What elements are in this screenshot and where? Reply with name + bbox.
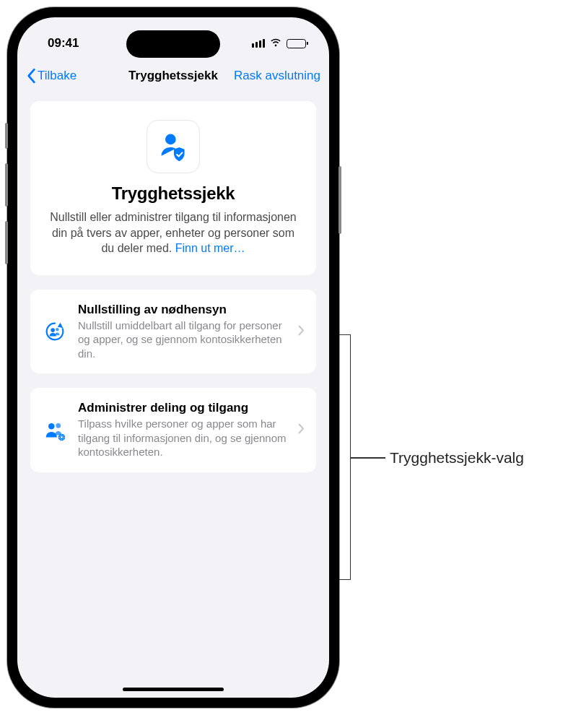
option-title: Administrer deling og tilgang (78, 401, 288, 415)
manage-sharing-option[interactable]: Administrer deling og tilgang Tilpass hv… (30, 388, 316, 472)
content: Trygghetssjekk Nullstill eller administr… (17, 92, 329, 495)
chevron-right-icon (298, 325, 305, 339)
battery-icon (287, 39, 306, 48)
svg-point-6 (61, 436, 63, 438)
nav-title: Trygghetssjekk (128, 69, 218, 83)
back-button[interactable]: Tilbake (26, 68, 77, 84)
option-description: Nullstill umiddelbart all tilgang for pe… (78, 318, 288, 361)
svg-point-1 (51, 328, 55, 332)
chevron-right-icon (298, 423, 305, 437)
hero-description: Nullstill eller administrer tilgang til … (46, 209, 300, 256)
screen: 09:41 Tilbake Trygghetssjekk Rask avslut… (17, 17, 329, 698)
svg-point-4 (56, 423, 61, 428)
dynamic-island (126, 30, 220, 58)
option-description: Tilpass hvilke personer og apper som har… (78, 417, 288, 459)
svg-line-12 (63, 438, 64, 439)
cellular-icon (252, 39, 266, 48)
chevron-left-icon (26, 68, 36, 84)
callout-label: Trygghetssjekk-valg (390, 449, 524, 467)
svg-line-14 (60, 438, 61, 439)
learn-more-link[interactable]: Finn ut mer… (175, 242, 245, 254)
emergency-reset-option[interactable]: Nullstilling av nødhensyn Nullstill umid… (30, 290, 316, 374)
svg-line-11 (60, 435, 61, 436)
home-indicator[interactable] (123, 688, 224, 691)
status-time: 09:41 (48, 36, 79, 51)
status-indicators (252, 36, 307, 51)
manage-sharing-icon (42, 417, 68, 443)
nav-bar: Tilbake Trygghetssjekk Rask avslutning (17, 59, 329, 92)
quick-exit-button[interactable]: Rask avslutning (234, 69, 320, 83)
hero-card: Trygghetssjekk Nullstill eller administr… (30, 101, 316, 275)
option-title: Nullstilling av nødhensyn (78, 303, 288, 317)
svg-point-0 (165, 134, 176, 145)
hero-title: Trygghetssjekk (46, 183, 300, 204)
svg-line-13 (63, 435, 64, 436)
svg-point-2 (56, 328, 58, 331)
wifi-icon (269, 36, 282, 51)
iphone-frame: 09:41 Tilbake Trygghetssjekk Rask avslut… (7, 7, 339, 708)
safety-check-icon (147, 120, 200, 173)
emergency-reset-icon (42, 318, 68, 344)
svg-point-3 (48, 423, 55, 430)
back-label: Tilbake (38, 69, 77, 83)
